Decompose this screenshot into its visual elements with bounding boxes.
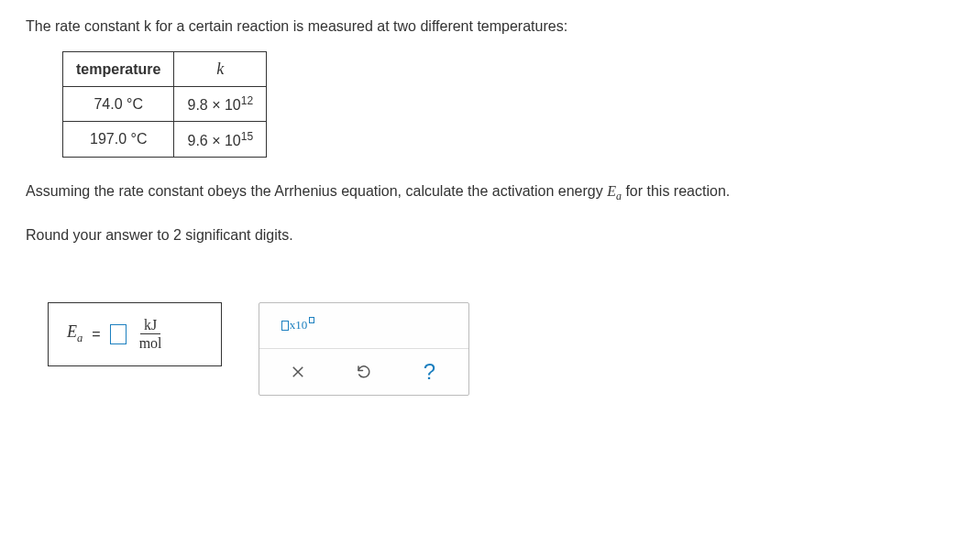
header-k: k — [174, 52, 267, 87]
table-row: 197.0 °C 9.6 × 1015 — [63, 122, 267, 157]
tool-panel: x10 ? — [259, 302, 469, 396]
help-button[interactable]: ? — [413, 355, 446, 388]
rate-constant-table: temperature k 74.0 °C 9.8 × 1012 197.0 °… — [62, 51, 267, 158]
answer-input-box: Ea = kJ mol — [48, 302, 222, 366]
intro-text: The rate constant k for a certain reacti… — [26, 18, 954, 35]
undo-icon — [356, 364, 372, 380]
cell-temp-2: 197.0 °C — [63, 122, 174, 157]
assumption-text: Assuming the rate constant obeys the Arr… — [26, 180, 954, 205]
table-row: 74.0 °C 9.8 × 1012 — [63, 87, 267, 122]
cell-k-1: 9.8 × 1012 — [174, 87, 267, 122]
clear-button[interactable] — [281, 355, 314, 388]
answer-variable-label: Ea — [67, 322, 83, 345]
reset-button[interactable] — [347, 355, 380, 388]
header-temperature: temperature — [63, 52, 174, 87]
x10-label: x10 — [290, 318, 308, 333]
cell-k-2: 9.6 × 1015 — [174, 122, 267, 157]
equals-sign: = — [92, 326, 100, 343]
cell-temp-1: 74.0 °C — [63, 87, 174, 122]
units-fraction: kJ mol — [136, 317, 166, 352]
activation-energy-input[interactable] — [110, 324, 127, 344]
scientific-notation-button[interactable]: x10 — [281, 309, 314, 342]
rounding-instruction: Round your answer to 2 significant digit… — [26, 223, 954, 247]
exponent-box-icon — [309, 317, 314, 323]
x-icon — [290, 364, 306, 380]
placeholder-box-icon — [281, 321, 289, 331]
